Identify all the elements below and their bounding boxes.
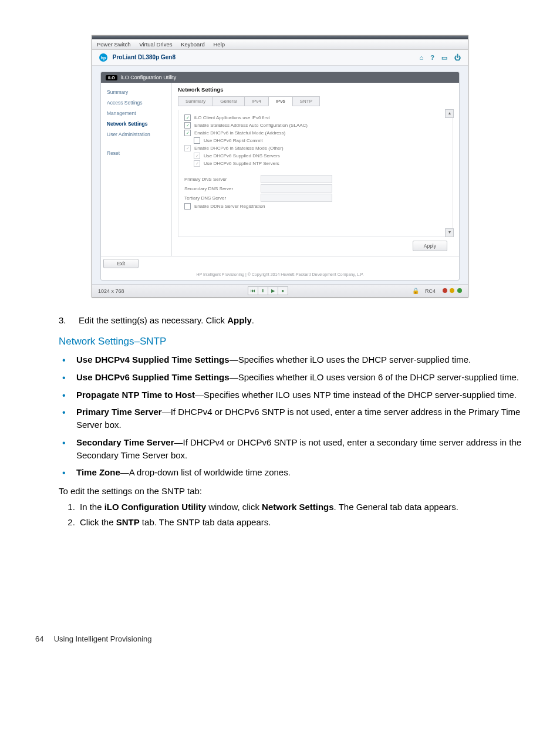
- rapid-commit-label: Use DHCPv6 Rapid Commit: [204, 138, 262, 143]
- step-3: 3. Edit the setting(s) as necessary. Cli…: [59, 315, 525, 325]
- encryption-text: RC4: [425, 288, 436, 294]
- tab-sntp[interactable]: SNTP: [292, 96, 320, 106]
- ipv6-form: ▴ ✓iLO Client Applications use IPv6 firs…: [178, 110, 453, 237]
- apply-button[interactable]: Apply: [413, 241, 447, 251]
- status-dot-red: [443, 288, 447, 293]
- scroll-up-icon[interactable]: ▴: [445, 109, 454, 118]
- secondary-dns-input[interactable]: [261, 184, 332, 193]
- checkbox[interactable]: [194, 137, 200, 144]
- checkbox[interactable]: ✓: [194, 160, 200, 167]
- dns-servers-label: Use DHCPv6 Supplied DNS Servers: [204, 153, 280, 158]
- product-name: ProLiant DL380p Gen8: [113, 54, 176, 60]
- dhcpv6-stateful-label: Enable DHCPv6 in Stateful Mode (Address): [194, 130, 285, 136]
- config-panel: iLO iLO Configuration Utility Summary Ac…: [100, 72, 460, 281]
- checkbox[interactable]: ✓: [184, 114, 191, 121]
- copyright-text: HP Intelligent Provisioning | © Copyrigh…: [101, 271, 459, 280]
- step-text: Edit the setting(s) as necessary. Click …: [79, 315, 525, 325]
- sidebar-item-user-administration[interactable]: User Administration: [101, 130, 171, 140]
- power-icon[interactable]: ⏻: [454, 54, 461, 62]
- list-item: Use DHCPv6 Supplied Time Settings—Specif…: [59, 371, 525, 384]
- procedure-list: In the iLO Configuration Utility window,…: [59, 501, 525, 529]
- status-dot-yellow: [450, 288, 454, 293]
- section-heading-sntp: Network Settings–SNTP: [59, 336, 525, 347]
- hp-logo-icon: hp: [99, 53, 107, 62]
- list-item: Use DHCPv4 Supplied Time Settings—Specif…: [59, 353, 525, 366]
- list-item: Primary Time Server—If DHCPv4 or DHCPv6 …: [59, 406, 525, 431]
- lock-icon: 🔒: [412, 288, 419, 294]
- checkbox[interactable]: ✓: [184, 145, 191, 151]
- record-icon[interactable]: ●: [278, 286, 288, 295]
- tab-ipv6[interactable]: IPv6: [268, 96, 293, 106]
- skip-back-icon[interactable]: ⏮: [248, 286, 258, 295]
- ilo-console-screenshot: Power Switch Virtual Drives Keyboard Hel…: [92, 35, 468, 298]
- step-number: 3.: [59, 315, 79, 325]
- procedure-step: Click the SNTP tab. The SNTP tab data ap…: [77, 516, 525, 529]
- info-icon[interactable]: ▭: [441, 54, 447, 62]
- procedure-intro: To edit the settings on the SNTP tab:: [59, 486, 525, 496]
- sidebar-item-summary[interactable]: Summary: [101, 87, 171, 98]
- sidebar-item-network-settings[interactable]: Network Settings: [101, 119, 171, 130]
- sidebar-item-management[interactable]: Management: [101, 109, 171, 119]
- ntp-servers-label: Use DHCPv6 Supplied NTP Servers: [204, 161, 279, 166]
- pause-icon[interactable]: ⏸: [258, 286, 268, 295]
- page-number: 64: [35, 634, 52, 643]
- footer-title: Using Intelligent Provisioning: [54, 634, 152, 643]
- status-bar: 1024 x 768 ⏮ ⏸ ▶ ● 🔒 RC4: [92, 284, 468, 297]
- tab-ipv4[interactable]: IPv4: [244, 96, 269, 106]
- secondary-dns-label: Secondary DNS Server: [184, 186, 261, 191]
- tab-summary[interactable]: Summary: [178, 96, 213, 106]
- tabs: Summary General IPv4 IPv6 SNTP: [178, 96, 453, 106]
- page-footer: 64 Using Intelligent Provisioning: [0, 634, 560, 643]
- sntp-settings-list: Use DHCPv4 Supplied Time Settings—Specif…: [59, 353, 525, 479]
- ilo-badge-icon: iLO: [106, 75, 117, 80]
- procedure-step: In the iLO Configuration Utility window,…: [77, 501, 525, 514]
- checkbox[interactable]: ✓: [184, 122, 191, 129]
- panel-title-text: iLO Configuration Utility: [121, 75, 177, 80]
- product-header: hp ProLiant DL380p Gen8 ⌂ ? ▭ ⏻: [92, 50, 468, 66]
- status-dot-green: [457, 288, 462, 293]
- console-menubar: Power Switch Virtual Drives Keyboard Hel…: [92, 39, 468, 50]
- checkbox[interactable]: [184, 203, 191, 210]
- primary-dns-input[interactable]: [261, 175, 332, 183]
- sidebar-item-access-settings[interactable]: Access Settings: [101, 98, 171, 109]
- exit-button[interactable]: Exit: [103, 259, 139, 268]
- list-item: Secondary Time Server—If DHCPv4 or DHCPv…: [59, 436, 525, 462]
- menu-power-switch[interactable]: Power Switch: [97, 41, 131, 48]
- tab-general[interactable]: General: [212, 96, 244, 106]
- dhcpv6-stateless-label: Enable DHCPv6 in Stateless Mode (Other): [194, 146, 284, 151]
- scroll-down-icon[interactable]: ▾: [445, 228, 454, 237]
- main-title: Network Settings: [178, 86, 453, 93]
- status-dots: [441, 288, 462, 294]
- checkbox[interactable]: ✓: [194, 153, 200, 159]
- help-icon[interactable]: ?: [430, 54, 434, 62]
- checkbox[interactable]: ✓: [184, 130, 191, 136]
- menu-virtual-drives[interactable]: Virtual Drives: [139, 41, 172, 48]
- menu-help[interactable]: Help: [213, 41, 225, 48]
- ddns-label: Enable DDNS Server Registration: [194, 204, 265, 209]
- list-item: Propagate NTP Time to Host—Specifies whe…: [59, 389, 525, 401]
- tertiary-dns-input[interactable]: [261, 194, 332, 202]
- media-controls: ⏮ ⏸ ▶ ●: [248, 286, 288, 295]
- panel-title: iLO iLO Configuration Utility: [101, 72, 459, 83]
- sidebar-item-reset[interactable]: Reset: [101, 148, 171, 159]
- play-icon[interactable]: ▶: [268, 286, 278, 295]
- slaac-label: Enable Stateless Address Auto Configurat…: [194, 123, 308, 128]
- list-item: Time Zone—A drop-down list of worldwide …: [59, 466, 525, 479]
- primary-dns-label: Primary DNS Server: [184, 177, 261, 182]
- sidebar-nav: Summary Access Settings Management Netwo…: [101, 83, 172, 256]
- resolution-text: 1024 x 768: [98, 288, 124, 294]
- home-icon[interactable]: ⌂: [420, 54, 424, 62]
- menu-keyboard[interactable]: Keyboard: [181, 41, 205, 48]
- ipv6-first-label: iLO Client Applications use IPv6 first: [194, 115, 270, 120]
- tertiary-dns-label: Tertiary DNS Server: [184, 195, 261, 201]
